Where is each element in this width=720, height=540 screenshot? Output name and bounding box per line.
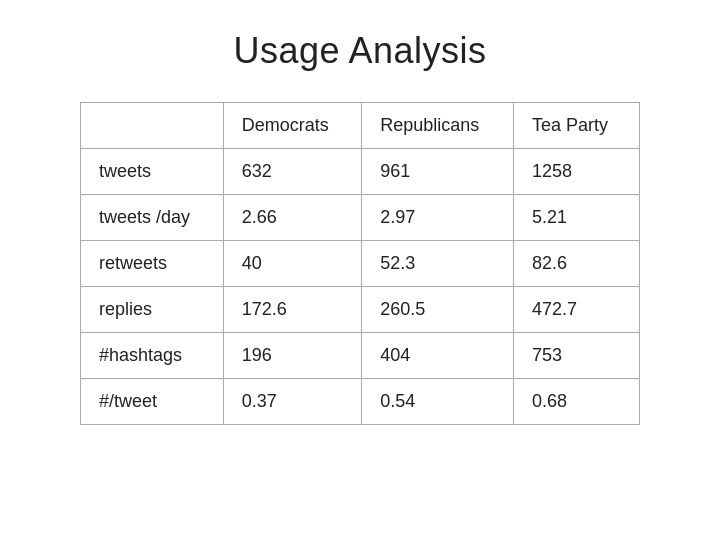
row-cell: 0.68 xyxy=(513,379,639,425)
usage-analysis-table: Democrats Republicans Tea Party tweets63… xyxy=(80,102,640,425)
table-row: tweets /day2.662.975.21 xyxy=(81,195,640,241)
row-cell: 260.5 xyxy=(362,287,514,333)
row-label: replies xyxy=(81,287,224,333)
row-cell: 172.6 xyxy=(223,287,361,333)
row-cell: 40 xyxy=(223,241,361,287)
page-title: Usage Analysis xyxy=(233,30,486,72)
table-row: tweets6329611258 xyxy=(81,149,640,195)
table-row: retweets4052.382.6 xyxy=(81,241,640,287)
row-cell: 404 xyxy=(362,333,514,379)
row-cell: 753 xyxy=(513,333,639,379)
row-cell: 196 xyxy=(223,333,361,379)
row-label: #hashtags xyxy=(81,333,224,379)
row-cell: 961 xyxy=(362,149,514,195)
header-democrats: Democrats xyxy=(223,103,361,149)
row-cell: 2.66 xyxy=(223,195,361,241)
row-cell: 52.3 xyxy=(362,241,514,287)
table-row: #hashtags196404753 xyxy=(81,333,640,379)
table-row: replies172.6260.5472.7 xyxy=(81,287,640,333)
row-cell: 0.54 xyxy=(362,379,514,425)
row-label: retweets xyxy=(81,241,224,287)
row-cell: 82.6 xyxy=(513,241,639,287)
row-cell: 1258 xyxy=(513,149,639,195)
header-empty xyxy=(81,103,224,149)
row-cell: 5.21 xyxy=(513,195,639,241)
row-label: tweets /day xyxy=(81,195,224,241)
row-label: #/tweet xyxy=(81,379,224,425)
row-cell: 632 xyxy=(223,149,361,195)
header-republicans: Republicans xyxy=(362,103,514,149)
row-cell: 0.37 xyxy=(223,379,361,425)
row-label: tweets xyxy=(81,149,224,195)
row-cell: 2.97 xyxy=(362,195,514,241)
table-row: #/tweet0.370.540.68 xyxy=(81,379,640,425)
row-cell: 472.7 xyxy=(513,287,639,333)
header-tea-party: Tea Party xyxy=(513,103,639,149)
